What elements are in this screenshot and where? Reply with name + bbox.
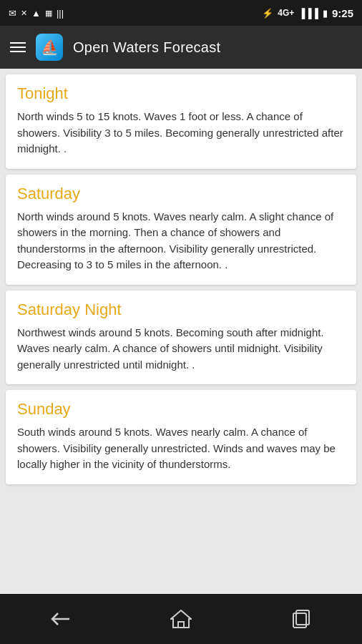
forecast-card-saturday-night: Saturday Night Northwest winds around 5 …: [6, 291, 356, 385]
home-button[interactable]: [160, 605, 202, 633]
storage-icon: ▦: [45, 9, 52, 18]
status-bar: ✉ ✕ ▲ ▦ ||| ⚡ 4G+ ▐▐▐ ▮ 9:25: [0, 0, 362, 26]
forecast-period-saturday-night: Saturday Night: [17, 301, 345, 319]
forecast-period-sunday: Sunday: [17, 400, 345, 419]
boat-icon: ⛵: [41, 39, 59, 56]
recents-icon: [292, 609, 312, 629]
forecast-description-saturday: North winds around 5 knots. Waves nearly…: [17, 209, 345, 273]
svg-rect-2: [178, 622, 184, 628]
forecast-card-saturday: Saturday North winds around 5 knots. Wav…: [6, 175, 356, 285]
back-button[interactable]: [39, 605, 82, 633]
forecast-description-saturday-night: Northwest winds around 5 knots. Becoming…: [17, 325, 345, 374]
hamburger-menu-button[interactable]: [10, 42, 26, 52]
svg-marker-1: [171, 610, 191, 628]
4g-icon: 4G+: [278, 8, 294, 18]
status-time: 9:25: [332, 7, 353, 19]
x-icon: ✕: [21, 9, 27, 18]
gmail-icon: ✉: [9, 8, 16, 19]
main-content: Tonight North winds 5 to 15 knots. Waves…: [0, 69, 362, 594]
signal-icon: ▐▐▐: [298, 8, 318, 19]
wifi-icon: ▲: [31, 8, 41, 19]
battery-icon: ▮: [323, 8, 328, 19]
bluetooth-icon: ⚡: [262, 8, 273, 19]
back-arrow-icon: [49, 610, 71, 628]
forecast-card-sunday: Sunday South winds around 5 knots. Waves…: [6, 390, 356, 484]
home-icon: [170, 609, 192, 629]
status-icons-right: ⚡ 4G+ ▐▐▐ ▮ 9:25: [262, 7, 353, 19]
status-icons-left: ✉ ✕ ▲ ▦ |||: [9, 8, 64, 19]
bars-icon: |||: [57, 8, 64, 19]
app-bar: ⛵ Open Waters Forecast: [0, 26, 362, 69]
forecast-period-saturday: Saturday: [17, 185, 345, 203]
nav-bar: [0, 594, 362, 644]
forecast-period-tonight: Tonight: [17, 84, 345, 103]
app-logo: ⛵: [36, 34, 63, 61]
forecast-description-tonight: North winds 5 to 15 knots. Waves 1 foot …: [17, 109, 345, 157]
app-title: Open Waters Forecast: [73, 39, 220, 56]
forecast-description-sunday: South winds around 5 knots. Waves nearly…: [17, 424, 345, 473]
forecast-card-tonight: Tonight North winds 5 to 15 knots. Waves…: [6, 74, 356, 169]
recents-button[interactable]: [280, 605, 323, 633]
